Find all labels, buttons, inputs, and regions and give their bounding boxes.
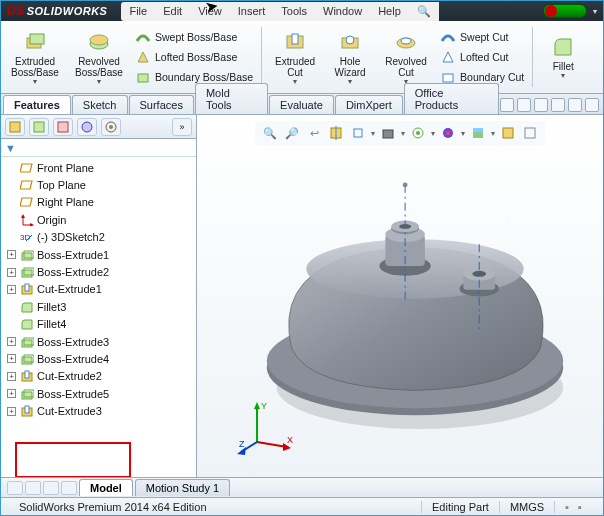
display-style-icon[interactable] xyxy=(379,124,397,142)
tree-node[interactable]: Top Plane xyxy=(3,176,196,193)
view-orient-icon[interactable] xyxy=(349,124,367,142)
tree-node[interactable]: +Cut-Extrude1 xyxy=(3,281,196,298)
svg-point-10 xyxy=(401,38,411,44)
view-settings-icon[interactable] xyxy=(499,124,517,142)
extruded-cut-button[interactable]: Extruded Cut ▾ xyxy=(268,23,322,91)
minimize-button[interactable] xyxy=(551,98,565,112)
tree-node[interactable]: Front Plane xyxy=(3,159,196,176)
expand-icon[interactable]: + xyxy=(7,268,16,277)
quick-access-pill[interactable] xyxy=(543,4,587,18)
fm-tab-property[interactable] xyxy=(29,118,49,136)
zoom-area-icon[interactable]: 🔎 xyxy=(283,124,301,142)
revolved-cut-button[interactable]: Revolved Cut ▾ xyxy=(378,23,434,91)
tree-node[interactable]: +Cut-Extrude2 xyxy=(3,368,196,385)
tree-node[interactable]: Right Plane xyxy=(3,194,196,211)
chevron-down-icon[interactable]: ▾ xyxy=(461,129,465,138)
revolved-boss-label: Revolved Boss/Base xyxy=(73,56,125,78)
expand-icon[interactable]: + xyxy=(7,389,16,398)
menu-search-icon[interactable]: 🔍 xyxy=(409,2,439,21)
tab-motion-study[interactable]: Motion Study 1 xyxy=(135,479,230,496)
tab-model[interactable]: Model xyxy=(79,479,133,496)
section-view-icon[interactable] xyxy=(327,124,345,142)
zoom-fit-icon[interactable]: 🔍 xyxy=(261,124,279,142)
fm-tab-config[interactable] xyxy=(53,118,73,136)
appearance-icon[interactable] xyxy=(439,124,457,142)
tree-node[interactable]: Fillet4 xyxy=(3,316,196,333)
expand-icon[interactable]: + xyxy=(7,407,16,416)
chevron-down-icon[interactable]: ▾ xyxy=(561,71,565,80)
viewport-button[interactable] xyxy=(500,98,514,112)
fm-tab-display[interactable] xyxy=(101,118,121,136)
hole-wizard-button[interactable]: Hole Wizard ▾ xyxy=(326,23,374,91)
fm-filter-bar[interactable]: ▼ xyxy=(1,139,196,157)
menu-edit[interactable]: Edit xyxy=(155,2,190,21)
tree-node[interactable]: Fillet3 xyxy=(3,298,196,315)
expand-icon[interactable]: + xyxy=(7,372,16,381)
fm-tab-tree[interactable] xyxy=(5,118,25,136)
expand-icon[interactable]: + xyxy=(7,250,16,259)
menu-file[interactable]: File xyxy=(121,2,155,21)
tab-features[interactable]: Features xyxy=(3,95,71,114)
menu-view[interactable]: View xyxy=(190,2,230,21)
tab-nav-last[interactable] xyxy=(61,481,77,495)
tab-nav-first[interactable] xyxy=(7,481,23,495)
feature-tree[interactable]: Front PlaneTop PlaneRight PlaneOrigin3D(… xyxy=(1,157,196,477)
tab-sketch[interactable]: Sketch xyxy=(72,95,128,114)
view-settings-icon[interactable] xyxy=(521,124,539,142)
chevron-down-icon[interactable]: ▾ xyxy=(431,129,435,138)
quick-access-dropdown-icon[interactable]: ▾ xyxy=(593,7,597,16)
tree-node[interactable]: 3D(-) 3DSketch2 xyxy=(3,229,196,246)
view-triad[interactable]: Y X Z xyxy=(237,397,297,457)
chevron-down-icon[interactable]: ▾ xyxy=(293,77,297,86)
viewport-button[interactable] xyxy=(517,98,531,112)
fm-expand-button[interactable]: » xyxy=(172,118,192,136)
tab-mold-tools[interactable]: Mold Tools xyxy=(195,83,268,114)
fillet-button[interactable]: Fillet ▾ xyxy=(539,23,587,91)
swept-boss-button[interactable]: Swept Boss/Base xyxy=(133,28,255,46)
fm-tab-dimxpert[interactable] xyxy=(77,118,97,136)
tree-node[interactable]: +Boss-Extrude3 xyxy=(3,333,196,350)
status-version: SolidWorks Premium 2014 x64 Edition xyxy=(9,501,217,513)
tree-node[interactable]: +Boss-Extrude1 xyxy=(3,246,196,263)
expand-icon[interactable]: + xyxy=(7,285,16,294)
prev-view-icon[interactable]: ↩ xyxy=(305,124,323,142)
viewport-button[interactable] xyxy=(534,98,548,112)
tab-nav-next[interactable] xyxy=(43,481,59,495)
tab-nav-prev[interactable] xyxy=(25,481,41,495)
menu-tools[interactable]: Tools xyxy=(273,2,315,21)
tab-office-products[interactable]: Office Products xyxy=(404,83,499,114)
revolved-boss-button[interactable]: Revolved Boss/Base ▾ xyxy=(69,23,129,91)
lofted-boss-button[interactable]: Lofted Boss/Base xyxy=(133,48,255,66)
extruded-boss-button[interactable]: Extruded Boss/Base ▾ xyxy=(5,23,65,91)
close-button[interactable] xyxy=(585,98,599,112)
swept-cut-button[interactable]: Swept Cut xyxy=(438,28,526,46)
hide-show-icon[interactable] xyxy=(409,124,427,142)
chevron-down-icon[interactable]: ▾ xyxy=(33,77,37,86)
status-units[interactable]: MMGS xyxy=(499,501,554,513)
lofted-cut-button[interactable]: Lofted Cut xyxy=(438,48,526,66)
tree-node[interactable]: +Cut-Extrude3 xyxy=(3,402,196,419)
tree-node[interactable]: +Boss-Extrude5 xyxy=(3,385,196,402)
part-model xyxy=(247,175,583,432)
menu-insert[interactable]: Insert xyxy=(230,2,274,21)
expand-icon[interactable]: + xyxy=(7,337,16,346)
maximize-button[interactable] xyxy=(568,98,582,112)
chevron-down-icon[interactable]: ▾ xyxy=(371,129,375,138)
menu-window[interactable]: Window xyxy=(315,2,370,21)
menu-help[interactable]: Help xyxy=(370,2,409,21)
tree-node[interactable]: Origin xyxy=(3,211,196,228)
tree-node[interactable]: +Boss-Extrude2 xyxy=(3,263,196,280)
boss-icon xyxy=(19,335,34,349)
chevron-down-icon[interactable]: ▾ xyxy=(97,77,101,86)
status-extras[interactable]: ▪ ▪ xyxy=(554,501,595,513)
tab-surfaces[interactable]: Surfaces xyxy=(129,95,194,114)
chevron-down-icon[interactable]: ▾ xyxy=(348,77,352,86)
chevron-down-icon[interactable]: ▾ xyxy=(401,129,405,138)
tree-node[interactable]: +Boss-Extrude4 xyxy=(3,350,196,367)
expand-icon[interactable]: + xyxy=(7,354,16,363)
tab-evaluate[interactable]: Evaluate xyxy=(269,95,334,114)
graphics-viewport[interactable]: 🔍 🔎 ↩ ▾ ▾ ▾ ▾ ▾ xyxy=(197,115,603,477)
tab-dimxpert[interactable]: DimXpert xyxy=(335,95,403,114)
chevron-down-icon[interactable]: ▾ xyxy=(491,129,495,138)
scene-icon[interactable] xyxy=(469,124,487,142)
